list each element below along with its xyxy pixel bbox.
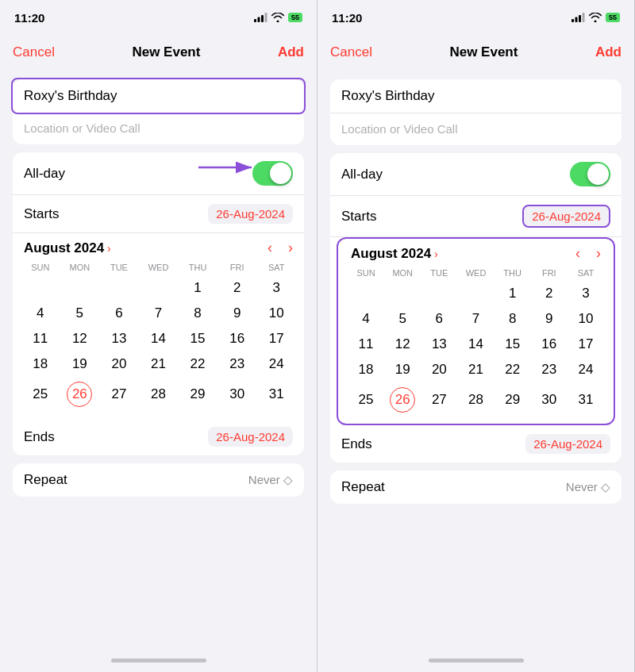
cal-cell[interactable]: 25 (348, 382, 384, 417)
cal-cell[interactable]: 11 (21, 326, 60, 351)
cal-cell[interactable]: 21 (457, 357, 494, 382)
all-day-row[interactable]: All-day (13, 152, 304, 195)
location-row[interactable]: Location or Video Call (13, 113, 304, 144)
prev-month-button[interactable]: ‹ (267, 240, 272, 256)
cal-cell[interactable]: 4 (348, 306, 384, 332)
cal-cell[interactable]: 24 (568, 357, 604, 382)
cancel-button[interactable]: Cancel (13, 44, 55, 60)
cal-cell[interactable] (60, 275, 100, 301)
repeat-value[interactable]: Never ◇ (248, 473, 293, 487)
cal-cell[interactable]: 18 (348, 357, 384, 382)
cal-cell[interactable]: 19 (384, 357, 421, 382)
month-label-container[interactable]: August 2024 › (351, 246, 438, 262)
cal-cell[interactable]: 27 (421, 382, 457, 417)
cal-cell[interactable]: 21 (139, 351, 179, 377)
cancel-button[interactable]: Cancel (330, 44, 372, 60)
cal-cell[interactable] (99, 275, 139, 301)
month-chevron-icon[interactable]: › (434, 248, 438, 260)
cal-cell[interactable]: 10 (568, 306, 604, 332)
cal-cell[interactable]: 20 (99, 351, 139, 377)
cal-cell[interactable]: 8 (178, 301, 217, 326)
ends-row[interactable]: Ends 26-Aug-2024 (13, 418, 304, 455)
cal-cell[interactable]: 22 (178, 351, 217, 377)
ends-value[interactable]: 26-Aug-2024 (525, 434, 610, 454)
cal-cell[interactable]: 7 (457, 306, 494, 332)
add-button[interactable]: Add (595, 44, 622, 60)
cal-cell[interactable]: 17 (568, 332, 604, 357)
cal-cell[interactable]: 12 (384, 332, 421, 357)
cal-cell[interactable]: 29 (178, 377, 217, 412)
cal-cell[interactable]: 25 (21, 377, 60, 412)
starts-value[interactable]: 26-Aug-2024 (208, 204, 293, 224)
cal-cell[interactable]: 19 (60, 351, 100, 377)
repeat-value[interactable]: Never ◇ (566, 480, 610, 494)
cal-cell[interactable]: 8 (495, 306, 531, 332)
cal-cell[interactable]: 9 (531, 306, 568, 332)
cal-cell[interactable]: 31 (256, 377, 296, 412)
location-row[interactable]: Location or Video Call (330, 113, 622, 145)
month-chevron-icon[interactable]: › (107, 242, 111, 255)
cal-cell[interactable]: 3 (256, 275, 296, 301)
cal-cell[interactable]: 1 (495, 281, 531, 306)
cal-cell[interactable]: 30 (217, 377, 257, 412)
cal-cell[interactable]: 17 (256, 326, 296, 351)
cal-cell-today[interactable]: 26 (384, 382, 421, 417)
cal-cell[interactable]: 13 (421, 332, 457, 357)
cal-cell[interactable]: 29 (495, 382, 531, 417)
location-input[interactable]: Location or Video Call (24, 121, 140, 135)
starts-value[interactable]: 26-Aug-2024 (522, 205, 610, 228)
all-day-toggle[interactable] (570, 162, 610, 186)
repeat-row[interactable]: Repeat Never ◇ (330, 470, 622, 504)
cal-cell[interactable]: 4 (21, 301, 60, 326)
cal-cell[interactable] (348, 281, 384, 306)
cal-cell[interactable]: 27 (99, 377, 139, 412)
cal-cell[interactable]: 28 (139, 377, 179, 412)
cal-cell[interactable]: 22 (495, 357, 531, 382)
cal-cell[interactable] (457, 281, 494, 306)
cal-cell-today[interactable]: 26 (60, 377, 100, 412)
cal-cell[interactable]: 20 (421, 357, 457, 382)
next-month-button[interactable]: › (288, 240, 293, 256)
cal-cell[interactable]: 2 (531, 281, 568, 306)
cal-cell[interactable]: 6 (99, 301, 139, 326)
event-title-input[interactable]: Roxy's Birthday (341, 88, 610, 104)
event-title-row[interactable]: Roxy's Birthday (11, 78, 306, 114)
cal-cell[interactable]: 11 (348, 332, 384, 357)
cal-cell[interactable]: 18 (21, 351, 60, 377)
event-title-row[interactable]: Roxy's Birthday (330, 79, 622, 113)
cal-cell[interactable] (21, 275, 60, 301)
cal-cell[interactable]: 12 (60, 326, 100, 351)
cal-cell[interactable]: 16 (531, 332, 568, 357)
cal-cell[interactable] (384, 281, 421, 306)
starts-row[interactable]: Starts 26-Aug-2024 (330, 196, 622, 237)
cal-cell[interactable]: 28 (457, 382, 494, 417)
cal-cell[interactable]: 6 (421, 306, 457, 332)
cal-cell[interactable]: 14 (139, 326, 179, 351)
cal-cell[interactable]: 10 (256, 301, 296, 326)
cal-cell[interactable]: 16 (217, 326, 257, 351)
cal-cell[interactable]: 23 (531, 357, 568, 382)
cal-cell[interactable]: 3 (568, 281, 604, 306)
month-label-container[interactable]: August 2024 › (24, 240, 111, 256)
cal-cell[interactable]: 24 (256, 351, 296, 377)
cal-cell[interactable]: 31 (568, 382, 604, 417)
cal-cell[interactable]: 2 (217, 275, 257, 301)
cal-cell[interactable]: 23 (217, 351, 257, 377)
cal-cell[interactable] (139, 275, 179, 301)
cal-cell[interactable]: 13 (99, 326, 139, 351)
cal-cell[interactable] (421, 281, 457, 306)
location-input[interactable]: Location or Video Call (341, 122, 457, 136)
all-day-row[interactable]: All-day (330, 153, 622, 196)
cal-cell[interactable]: 30 (531, 382, 568, 417)
next-month-button[interactable]: › (596, 245, 601, 262)
cal-cell[interactable]: 15 (178, 326, 217, 351)
all-day-toggle[interactable] (252, 161, 293, 186)
cal-cell[interactable]: 7 (139, 301, 179, 326)
ends-row[interactable]: Ends 26-Aug-2024 (330, 425, 622, 463)
add-button[interactable]: Add (278, 44, 304, 60)
prev-month-button[interactable]: ‹ (575, 245, 580, 262)
repeat-row[interactable]: Repeat Never ◇ (13, 463, 304, 497)
cal-cell[interactable]: 5 (60, 301, 100, 326)
starts-row[interactable]: Starts 26-Aug-2024 (13, 195, 304, 233)
cal-cell[interactable]: 5 (384, 306, 421, 332)
